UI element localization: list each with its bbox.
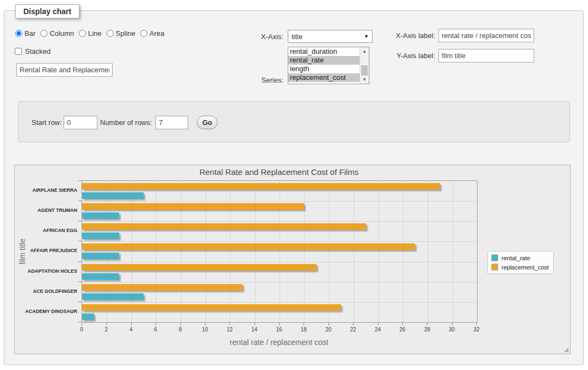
bar-rental_rate — [82, 233, 119, 239]
go-button[interactable]: Go — [197, 116, 218, 129]
gridline — [82, 201, 477, 202]
x-tick-label: 18 — [301, 327, 307, 333]
x-axis-select[interactable]: title — [288, 30, 373, 43]
chart-type-option-column[interactable]: Column — [40, 29, 74, 37]
bar-rental_rate — [82, 313, 94, 320]
legend-entry-replacement_cost: replacement_cost — [491, 264, 549, 271]
series-option-rental_rate[interactable]: rental_rate — [288, 56, 360, 65]
x-tick-mark — [131, 323, 132, 325]
x-tick-mark — [476, 323, 477, 325]
x-tick-mark — [106, 323, 107, 325]
x-tick-mark — [452, 323, 453, 325]
gridline — [206, 181, 206, 322]
chart-legend: rental_ratereplacement_cost — [487, 251, 554, 274]
plot-area — [82, 180, 478, 323]
gridline — [354, 181, 354, 322]
chart-type-label: Column — [49, 29, 74, 37]
category-label: AFFAIR PREJUDICE — [15, 248, 77, 254]
bar-replacement_cost — [82, 284, 243, 291]
x-tick-mark — [403, 323, 403, 325]
chart-type-radio-area[interactable] — [140, 30, 147, 37]
y-tick-mark — [78, 302, 82, 302]
chart-type-option-line[interactable]: Line — [79, 29, 102, 37]
x-tick-mark — [378, 323, 379, 325]
x-axis-label-input[interactable] — [438, 29, 534, 42]
gridline — [156, 181, 157, 322]
category-label: AGENT TRUMAN — [15, 208, 77, 214]
chart-type-radio-bar[interactable] — [15, 30, 22, 37]
legend-swatch — [491, 264, 498, 271]
row-range-panel: Start row: Number of rows: Go — [18, 101, 570, 142]
y-tick-mark — [78, 261, 82, 262]
x-tick-mark — [230, 323, 230, 325]
x-tick-label: 10 — [202, 327, 208, 333]
stacked-option[interactable]: Stacked — [15, 47, 51, 55]
scroll-down-icon[interactable] — [360, 76, 369, 84]
number-of-rows-label: Number of rows: — [100, 118, 152, 127]
listbox-scrollbar[interactable] — [360, 47, 369, 84]
series-option-replacement_cost[interactable]: replacement_cost — [288, 73, 360, 82]
gridline — [304, 181, 305, 322]
x-tick-mark — [279, 323, 280, 325]
x-axis-title: rental rate / replacement cost — [230, 338, 328, 347]
y-axis-label-input[interactable] — [438, 49, 534, 62]
bar-replacement_cost — [82, 264, 317, 271]
x-tick-label: 28 — [424, 327, 430, 333]
gridline — [403, 181, 404, 322]
gridline — [379, 181, 379, 322]
chart-type-label: Line — [88, 29, 102, 37]
category-label: AIRPLANE SIERRA — [15, 187, 77, 193]
x-tick-label: 24 — [375, 327, 381, 333]
x-tick-label: 14 — [251, 327, 257, 333]
series-option-length[interactable]: length — [288, 65, 360, 73]
gridline — [329, 181, 330, 322]
chart-type-option-spline[interactable]: Spline — [107, 29, 135, 37]
y-tick-mark — [78, 221, 82, 221]
x-tick-mark — [353, 323, 354, 325]
x-tick-label: 6 — [154, 327, 157, 333]
stacked-checkbox[interactable] — [15, 48, 22, 55]
gridline — [82, 241, 477, 242]
x-tick-label: 26 — [399, 327, 405, 333]
x-tick-mark — [82, 323, 82, 325]
chart-type-radio-spline[interactable] — [107, 30, 114, 37]
chart-title: Rental Rate and Replacement Cost of Film… — [82, 167, 476, 177]
y-tick-mark — [78, 241, 82, 241]
category-label: ACADEMY DINOSAUR — [15, 309, 77, 315]
gridline — [82, 262, 477, 262]
bar-rental_rate — [82, 192, 144, 199]
chart-type-option-area[interactable]: Area — [140, 29, 164, 37]
x-tick-mark — [427, 323, 428, 325]
y-tick-mark — [78, 200, 82, 201]
scrollbar-thumb[interactable] — [361, 65, 368, 76]
x-tick-mark — [205, 323, 206, 325]
chart-type-radio-column[interactable] — [40, 30, 47, 37]
gridline — [280, 181, 280, 322]
page: Display chart BarColumnLineSplineArea St… — [0, 0, 588, 370]
bar-replacement_cost — [82, 304, 341, 311]
panel-legend: Display chart — [15, 4, 79, 18]
gridline — [82, 282, 477, 283]
series-option-rental_duration[interactable]: rental_duration — [288, 47, 360, 56]
number-of-rows-input[interactable] — [156, 116, 188, 129]
resize-handle-icon[interactable] — [563, 347, 568, 352]
x-tick-mark — [181, 323, 181, 325]
chart-type-radio-line[interactable] — [79, 30, 86, 37]
bar-rental_rate — [82, 253, 119, 259]
series-listbox[interactable]: rental_durationrental_ratelengthreplacem… — [288, 47, 369, 84]
stacked-label: Stacked — [25, 47, 51, 55]
x-tick-label: 8 — [179, 327, 182, 333]
x-tick-mark — [329, 323, 329, 325]
chart-type-option-bar[interactable]: Bar — [15, 29, 35, 37]
scroll-up-icon[interactable] — [360, 47, 369, 55]
y-axis-text-label: Y-Axis label: — [391, 52, 435, 60]
start-row-input[interactable] — [64, 116, 97, 129]
x-axis-select-label: X-Axis: — [239, 33, 283, 41]
gridline — [428, 181, 428, 322]
x-tick-label: 4 — [129, 327, 133, 333]
chart-container: Rental Rate and Replacement Cost of Film… — [14, 165, 571, 354]
chevron-down-icon — [364, 34, 369, 39]
chart-type-label: Bar — [24, 29, 35, 37]
start-row-label: Start row: — [32, 118, 62, 127]
chart-title-input[interactable] — [16, 63, 113, 77]
